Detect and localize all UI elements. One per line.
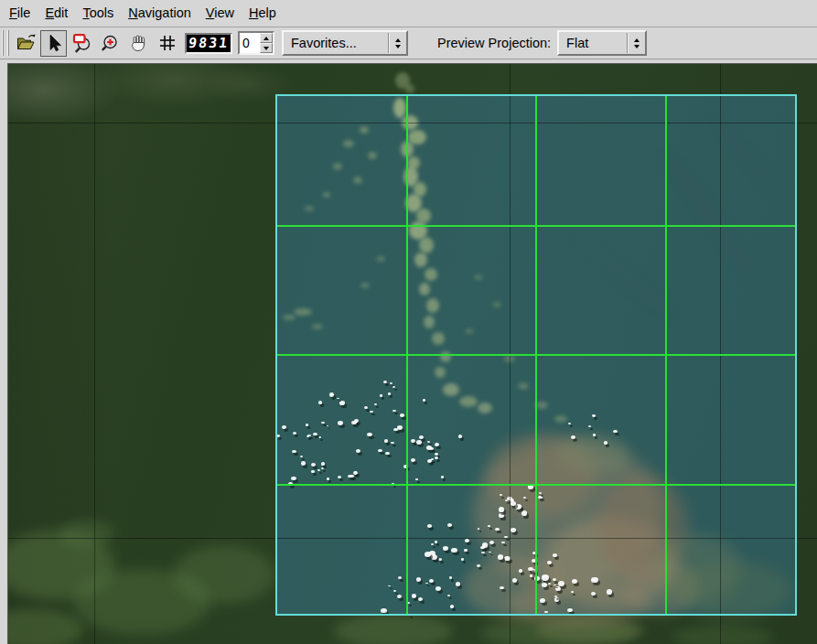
lcd-value: 9831 [188,35,230,51]
combo-updown-icon [390,38,406,48]
spin-down-icon [263,47,269,50]
spin-down-button[interactable] [260,43,273,53]
toolbar: 9831 Favorites... Preview Projection: Fl… [0,27,817,59]
select-tool-button[interactable] [40,30,67,57]
spin-up-icon [263,37,269,40]
grid-toggle-button[interactable] [154,30,180,57]
selection-rectangle[interactable] [275,94,797,616]
pointer-arrow-icon [43,32,65,54]
favorites-combobox[interactable]: Favorites... [282,30,408,56]
pan-tool-button[interactable] [125,30,152,57]
map-viewport[interactable] [8,64,817,644]
combo-updown-icon [629,38,645,48]
grid-icon [156,32,178,54]
menu-file[interactable]: File [2,2,38,25]
terrain-patch [672,626,773,644]
application-window: FileEditToolsNavigationViewHelp [0,0,817,644]
spin-up-button[interactable] [260,33,273,43]
image-seam-line [94,64,95,644]
zoom-in-icon [100,32,122,54]
terrain-patch [405,84,414,93]
open-folder-icon [15,32,37,54]
satellite-image[interactable] [8,64,817,644]
toolbar-grip-handle[interactable] [2,30,9,56]
menu-edit[interactable]: Edit [38,2,75,25]
menu-view[interactable]: View [199,2,242,25]
open-file-button[interactable] [12,30,38,57]
terrain-patch [334,615,453,644]
tile-count-lcd-display: 9831 [185,33,232,54]
terrain-patch [174,545,274,604]
level-spinbox[interactable] [238,31,274,55]
terrain-patch [8,609,82,644]
menu-navigation[interactable]: Navigation [121,2,199,25]
menu-tools[interactable]: Tools [75,2,121,25]
zoom-in-tool-button[interactable] [97,30,124,57]
projection-combobox-value: Flat [559,36,627,50]
hand-icon [128,32,150,54]
menu-bar: FileEditToolsNavigationViewHelp [0,0,817,27]
favorites-combobox-value: Favorites... [284,36,388,50]
level-spinbox-input[interactable] [240,33,260,53]
preview-projection-label: Preview Projection: [437,36,551,50]
projection-combobox[interactable]: Flat [557,30,647,56]
map-viewport-frame [7,63,817,644]
zoom-region-tool-button[interactable] [69,30,95,57]
terrain-patch [59,521,114,546]
zoom-region-icon [71,32,93,54]
menu-help[interactable]: Help [242,2,284,25]
